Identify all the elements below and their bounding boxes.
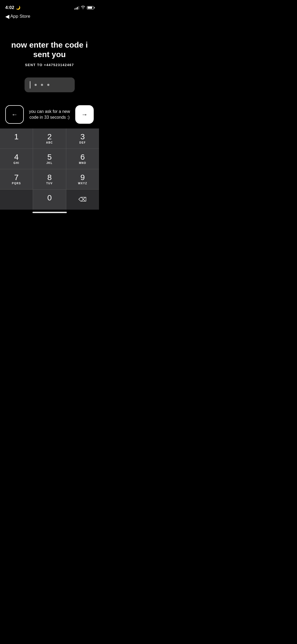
numpad-key-9[interactable]: 9WXYZ xyxy=(66,169,99,189)
key-letters-label: WXYZ xyxy=(78,182,87,185)
key-number-label: 5 xyxy=(47,153,52,161)
key-number-label: 3 xyxy=(80,133,85,141)
numpad: 12ABC3DEF4GHI5JKL6MNO7PQRS8TUV9WXYZ0⌫ xyxy=(0,128,99,210)
key-number-label: 7 xyxy=(14,173,19,181)
key-number-label: 1 xyxy=(14,133,19,141)
back-arrow-icon: ◀ xyxy=(5,14,9,19)
key-number-label: 2 xyxy=(47,133,52,141)
back-button-icon: ← xyxy=(11,111,18,118)
subheadline: SENT TO +447523142467 xyxy=(25,63,74,67)
numpad-key-0[interactable]: 0 xyxy=(33,190,66,210)
delete-icon: ⌫ xyxy=(78,196,87,203)
moon-icon: 🌙 xyxy=(16,6,20,10)
forward-button-icon: → xyxy=(81,111,88,118)
wifi-icon xyxy=(81,6,85,10)
home-bar xyxy=(32,212,67,213)
main-content: now enter the code i sent you SENT TO +4… xyxy=(0,19,99,92)
back-nav[interactable]: ◀ App Store xyxy=(5,14,30,19)
battery-icon xyxy=(87,6,94,10)
numpad-key-empty xyxy=(0,190,33,210)
app-store-label: App Store xyxy=(10,14,30,19)
resend-text: you can ask for a new code in 33 seconds… xyxy=(24,109,75,121)
numpad-key-6[interactable]: 6MNO xyxy=(66,149,99,169)
status-right xyxy=(74,6,94,10)
status-time: 4:02 xyxy=(5,5,14,10)
code-dot-3 xyxy=(47,84,49,86)
cursor-bar xyxy=(30,81,30,89)
key-number-label: 4 xyxy=(14,153,19,161)
key-letters-label: PQRS xyxy=(12,182,21,185)
headline: now enter the code i sent you xyxy=(0,40,99,59)
status-left: 4:02 🌙 xyxy=(5,5,20,10)
numpad-key-4[interactable]: 4GHI xyxy=(0,149,33,169)
key-number-label: 8 xyxy=(47,173,52,181)
numpad-delete-key[interactable]: ⌫ xyxy=(66,190,99,210)
nav-bar: ◀ App Store xyxy=(0,12,99,19)
code-input-container[interactable] xyxy=(25,77,75,92)
code-dot-2 xyxy=(41,84,43,86)
key-number-label: 6 xyxy=(80,153,85,161)
back-button[interactable]: ← xyxy=(5,105,24,124)
numpad-key-1[interactable]: 1 xyxy=(0,128,33,149)
key-letters-label: GHI xyxy=(13,162,19,165)
code-dot-1 xyxy=(35,84,37,86)
key-number-label: 9 xyxy=(80,173,85,181)
numpad-key-3[interactable]: 3DEF xyxy=(66,128,99,149)
key-number-label: 0 xyxy=(47,194,52,202)
key-letters-label: ABC xyxy=(46,141,53,145)
numpad-key-8[interactable]: 8TUV xyxy=(33,169,66,189)
status-bar: 4:02 🌙 xyxy=(0,0,99,12)
numpad-key-7[interactable]: 7PQRS xyxy=(0,169,33,189)
bottom-section: ← you can ask for a new code in 33 secon… xyxy=(0,100,99,215)
signal-icon xyxy=(74,6,79,10)
home-indicator xyxy=(0,210,99,215)
numpad-key-5[interactable]: 5JKL xyxy=(33,149,66,169)
forward-button[interactable]: → xyxy=(75,105,94,124)
key-letters-label: MNO xyxy=(79,162,86,165)
key-letters-label: TUV xyxy=(46,182,53,185)
numpad-key-2[interactable]: 2ABC xyxy=(33,128,66,149)
key-letters-label: DEF xyxy=(79,141,86,145)
key-letters-label: JKL xyxy=(46,162,53,165)
action-row: ← you can ask for a new code in 33 secon… xyxy=(0,100,99,128)
